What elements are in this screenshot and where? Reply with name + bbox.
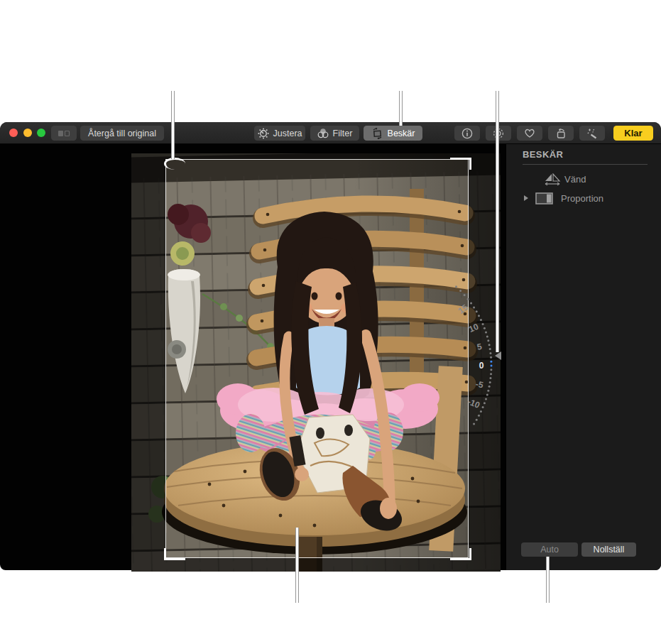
- tab-crop[interactable]: Beskär: [364, 126, 422, 141]
- dial-tick: [467, 298, 469, 300]
- flip-label: Vänd: [564, 174, 586, 185]
- tab-crop-label: Beskär: [388, 129, 415, 138]
- dial-tick: [486, 335, 488, 337]
- revert-to-original-button[interactable]: Återgå till original: [80, 126, 164, 141]
- auto-crop-button[interactable]: Auto: [521, 542, 578, 557]
- sidebar-item-flip[interactable]: Vänd: [506, 171, 661, 188]
- dial-label: 15: [457, 302, 470, 316]
- disclosure-triangle-icon[interactable]: [524, 195, 528, 201]
- dial-tick: [490, 361, 492, 363]
- close-window-button[interactable]: [9, 129, 18, 137]
- dial-label: -10: [466, 396, 481, 410]
- dial-tick: [482, 406, 484, 408]
- done-button[interactable]: Klar: [613, 126, 653, 141]
- favorite-heart-icon: [524, 128, 535, 138]
- callout-line-photo-edge: [295, 528, 299, 603]
- minimize-window-button[interactable]: [23, 129, 32, 137]
- adjust-dial-icon: [258, 128, 269, 139]
- dial-tick: [476, 310, 478, 312]
- crop-handle-bottom-left[interactable]: [164, 548, 185, 560]
- dial-tick: [489, 348, 491, 350]
- callout-line-dial: [496, 91, 499, 352]
- dial-tick: [490, 369, 492, 371]
- callout-line-auto-button: [546, 557, 550, 603]
- reset-button[interactable]: Nollställ: [581, 542, 636, 557]
- dial-tick: [490, 373, 492, 375]
- crop-handle-top-right[interactable]: [450, 158, 471, 170]
- dial-tick: [473, 423, 475, 425]
- dial-tick: [488, 386, 491, 388]
- dial-tick: [455, 285, 457, 288]
- dial-pointer-icon[interactable]: [495, 351, 501, 360]
- screenshot-canvas: Återgå till original Justera: [0, 0, 661, 644]
- dial-tick: [473, 306, 475, 308]
- sidebar-header: BESKÄR: [523, 149, 563, 160]
- dial-tick: [489, 381, 491, 383]
- dial-tick: [485, 398, 487, 400]
- dial-tick: [480, 410, 482, 413]
- zoom-window-button[interactable]: [37, 129, 45, 137]
- crop-handle-bottom-right[interactable]: [450, 548, 471, 560]
- dial-tick: [484, 402, 486, 404]
- dial-tick: [491, 365, 493, 367]
- aspect-ratio-icon: [535, 192, 553, 207]
- dial-tick: [476, 419, 478, 421]
- tab-adjust-label: Justera: [273, 129, 302, 138]
- compare-original-button[interactable]: [51, 126, 77, 141]
- dial-tick: [484, 327, 486, 329]
- aspect-ratio-label: Proportion: [561, 193, 603, 204]
- auto-enhance-button[interactable]: [579, 126, 605, 141]
- dial-tick: [482, 323, 484, 325]
- compare-thumbnails-icon: [58, 129, 70, 138]
- sidebar-divider: [523, 164, 648, 165]
- favorite-button[interactable]: [517, 126, 542, 141]
- crop-handle-top-left[interactable]: [164, 158, 185, 170]
- tab-filter[interactable]: Filter: [310, 126, 359, 141]
- dial-tick: [487, 390, 489, 392]
- filter-circles-icon: [317, 128, 329, 138]
- dial-label: 5: [476, 342, 484, 352]
- dial-label: 0: [479, 361, 484, 371]
- crop-region[interactable]: [165, 159, 469, 558]
- tab-filter-label: Filter: [333, 129, 353, 138]
- tab-adjust[interactable]: Justera: [254, 126, 305, 141]
- dial-tick: [464, 294, 466, 296]
- dial-tick: [478, 315, 480, 317]
- enhance-wand-icon: [586, 128, 598, 139]
- callout-line-crop-area: [171, 91, 175, 159]
- crop-rotate-icon: [371, 128, 383, 139]
- crop-sidebar: BESKÄR Vänd: [506, 144, 661, 570]
- dial-tick: [470, 302, 472, 305]
- rotate-button[interactable]: [548, 126, 574, 141]
- info-button[interactable]: [454, 126, 480, 141]
- dial-tick: [485, 332, 487, 334]
- dial-label: 10: [467, 322, 480, 334]
- callout-line-crop-tab: [399, 91, 403, 126]
- flip-icon: [544, 173, 561, 188]
- dial-label: -5: [475, 379, 485, 391]
- info-icon: [461, 128, 473, 139]
- edit-toolbar: Återgå till original Justera: [0, 122, 661, 144]
- rotate-icon: [555, 128, 567, 139]
- dial-tick: [489, 352, 491, 354]
- dial-tick: [488, 344, 491, 346]
- dial-tick: [486, 394, 488, 396]
- dial-tick: [459, 290, 461, 292]
- dial-tick: [480, 319, 482, 321]
- sidebar-item-aspect-ratio[interactable]: Proportion: [506, 190, 661, 207]
- dial-tick: [490, 356, 492, 359]
- dial-tick: [489, 377, 491, 379]
- dial-tick: [478, 415, 480, 417]
- dial-tick: [487, 339, 489, 342]
